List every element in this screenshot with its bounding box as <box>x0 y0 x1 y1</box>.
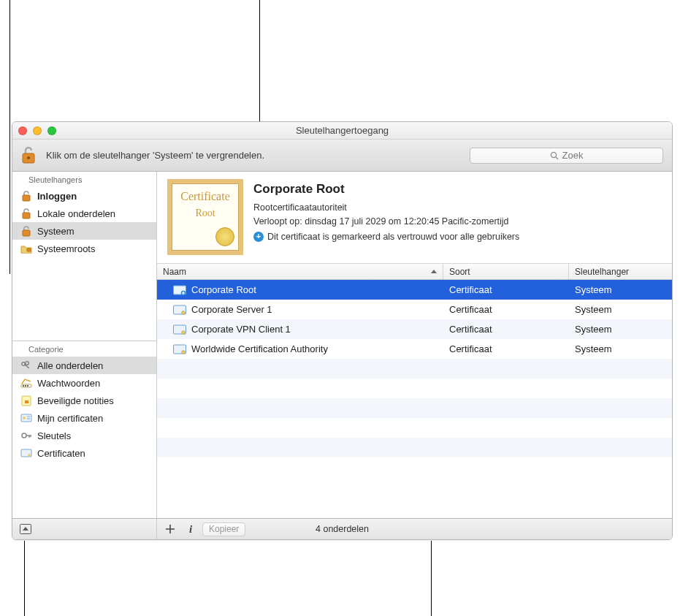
column-header-kind[interactable]: Soort <box>443 264 569 279</box>
cell-keychain: Systeem <box>569 304 672 315</box>
lock-toggle[interactable] <box>18 146 39 165</box>
certificate-title: Corporate Root <box>253 182 662 197</box>
table-row[interactable]: Corporate Server 1CertificaatSysteem <box>157 300 672 319</box>
unlock-icon <box>20 208 33 219</box>
seal-icon <box>215 227 234 246</box>
titlebar: Sleutelhangertoegang <box>12 122 672 140</box>
certificate-badge-icon: Certificate Root <box>167 179 243 255</box>
keychain-item[interactable]: Systeemroots <box>12 240 156 257</box>
svg-line-3 <box>556 157 558 159</box>
cell-kind: Certificaat <box>443 324 569 335</box>
svg-rect-7 <box>27 248 31 251</box>
key-icon <box>20 430 33 441</box>
svg-point-14 <box>27 385 28 387</box>
search-field[interactable]: Zoek <box>470 148 663 164</box>
lock-hint-text: Klik om de sleutelhanger 'Systeem' te ve… <box>46 150 462 161</box>
svg-marker-38 <box>23 527 28 531</box>
table-row-empty <box>157 418 672 438</box>
table-row[interactable]: Corporate RootCertificaatSysteem <box>157 280 672 300</box>
certificate-icon <box>173 324 186 335</box>
keychain-item[interactable]: Inloggen <box>12 187 156 205</box>
category-item-label: Beveiligde notities <box>37 395 114 406</box>
unlock-icon <box>20 225 33 237</box>
keychain-item-label: Systeem <box>37 226 75 237</box>
info-button[interactable]: i <box>182 522 199 536</box>
table-body: Corporate RootCertificaatSysteemCorporat… <box>157 280 672 518</box>
badge-line: Root <box>195 208 215 218</box>
category-item-label: Mijn certificaten <box>37 413 103 424</box>
keychain-item-label: Inloggen <box>37 191 77 202</box>
svg-point-26 <box>28 454 31 457</box>
table-row-empty <box>157 438 672 457</box>
callout-line <box>431 541 432 616</box>
svg-point-13 <box>25 385 26 387</box>
keychain-item-label: Systeemroots <box>37 243 95 254</box>
svg-rect-5 <box>23 213 30 218</box>
certificate-icon <box>173 304 186 316</box>
table-row-empty <box>157 398 672 418</box>
keychain-item-label: Lokale onderdelen <box>37 208 115 219</box>
traffic-lights <box>18 126 56 135</box>
table-row[interactable]: Corporate VPN Client 1CertificaatSysteem <box>157 319 672 339</box>
passwords-icon <box>20 377 33 389</box>
certificate-authority: Rootcertificaatautoriteit <box>253 201 662 215</box>
cell-kind: Certificaat <box>443 284 569 295</box>
table-row[interactable]: Worldwide Certification AuthorityCertifi… <box>157 339 672 359</box>
category-item[interactable]: Alle onderdelen <box>12 357 156 374</box>
toolbar: Klik om de sleutelhanger 'Systeem' te ve… <box>12 140 672 172</box>
row-name: Worldwide Certification Authority <box>191 343 328 354</box>
minimize-button[interactable] <box>33 126 42 135</box>
svg-point-36 <box>182 350 185 353</box>
cell-name: Corporate VPN Client 1 <box>157 324 443 335</box>
cell-keychain: Systeem <box>569 284 672 295</box>
copy-button[interactable]: Kopieer <box>202 522 245 536</box>
svg-point-8 <box>22 362 26 366</box>
svg-rect-16 <box>25 400 28 403</box>
unlock-icon <box>20 146 37 165</box>
category-item[interactable]: Wachtwoorden <box>12 374 156 392</box>
category-item[interactable]: Certificaten <box>12 444 156 462</box>
svg-point-21 <box>22 433 26 438</box>
svg-point-18 <box>23 417 26 419</box>
cell-kind: Certificaat <box>443 304 569 315</box>
svg-point-2 <box>551 152 556 157</box>
certificate-icon <box>173 284 186 296</box>
search-icon <box>550 151 559 160</box>
cell-keychain: Systeem <box>569 324 672 335</box>
category-item[interactable]: Beveiligde notities <box>12 392 156 409</box>
plus-icon <box>165 524 175 534</box>
table-row-empty <box>157 359 672 379</box>
keychain-item[interactable]: Systeem <box>12 222 156 240</box>
keychain-access-window: Sleutelhangertoegang Klik om de sleutelh… <box>12 121 673 540</box>
table-row-empty <box>157 457 672 477</box>
column-header-name[interactable]: Naam <box>157 264 443 279</box>
trust-plus-icon: + <box>253 232 264 242</box>
sidebar-toggle-button[interactable] <box>17 522 34 536</box>
cert-icon <box>20 447 33 459</box>
window-title: Sleutelhangertoegang <box>296 125 389 136</box>
certificate-info: Corporate Root Rootcertificaatautoriteit… <box>253 179 662 257</box>
add-button[interactable] <box>161 522 179 536</box>
cell-name: Corporate Server 1 <box>157 304 443 316</box>
keychains-header: Sleutelhangers <box>12 172 156 187</box>
category-item-label: Sleutels <box>37 430 71 441</box>
cell-kind: Certificaat <box>443 343 569 354</box>
certificate-icon <box>173 343 186 355</box>
panel-icon <box>20 524 31 534</box>
category-item[interactable]: Sleutels <box>12 427 156 444</box>
keychain-item[interactable]: Lokale onderdelen <box>12 205 156 222</box>
cell-name: Worldwide Certification Authority <box>157 343 443 355</box>
callout-line <box>9 0 10 274</box>
main-pane: Certificate Root Corporate Root Rootcert… <box>157 172 672 518</box>
column-header-keychain[interactable]: Sleutelhanger <box>569 264 672 279</box>
category-header: Categorie <box>12 341 156 357</box>
info-icon: i <box>189 523 192 536</box>
category-item[interactable]: Mijn certificaten <box>12 409 156 427</box>
cell-keychain: Systeem <box>569 343 672 354</box>
secure-note-icon <box>20 395 33 406</box>
svg-point-34 <box>182 330 185 333</box>
keychains-section: Sleutelhangers InloggenLokale onderdelen… <box>12 172 156 341</box>
zoom-button[interactable] <box>47 126 56 135</box>
close-button[interactable] <box>18 126 27 135</box>
svg-point-1 <box>27 156 30 159</box>
